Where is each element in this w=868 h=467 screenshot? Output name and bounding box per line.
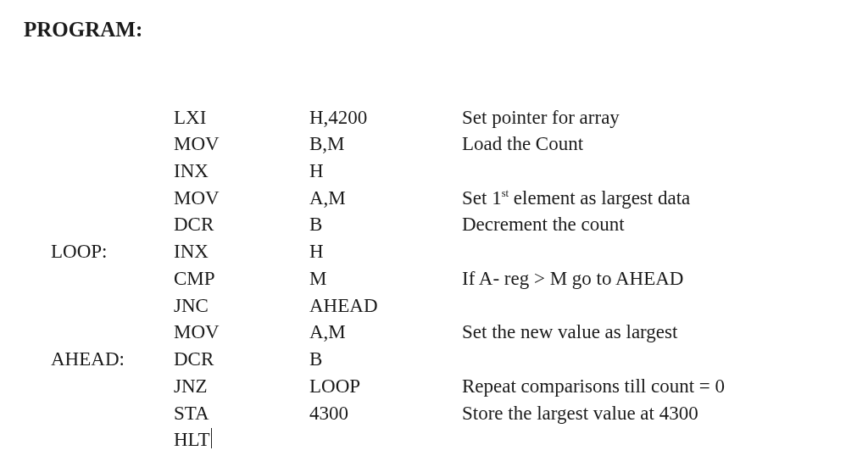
code-row: STA4300Store the largest value at 4300 xyxy=(51,400,844,427)
program-heading: PROGRAM: xyxy=(24,15,844,45)
operand-column: A,M xyxy=(309,185,462,212)
mnemonic-column: LXI xyxy=(174,104,309,131)
operand-column: A,M xyxy=(309,319,462,346)
code-row: INXH xyxy=(51,158,844,185)
mnemonic-column: STA xyxy=(174,400,309,427)
operand-column: H xyxy=(309,238,462,265)
code-row: LOOP:INXH xyxy=(51,238,844,265)
comment-column: Repeat comparisons till count = 0 xyxy=(462,373,844,400)
mnemonic-column: JNZ xyxy=(174,373,309,400)
operand-column: B xyxy=(309,346,462,373)
mnemonic-column: CMP xyxy=(174,265,309,292)
mnemonic-column: MOV xyxy=(174,131,309,158)
comment-column: Load the Count xyxy=(462,131,844,158)
assembly-listing: LXIH,4200Set pointer for arrayMOVB,MLoad… xyxy=(51,104,844,454)
code-row: DCRBDecrement the count xyxy=(51,211,844,238)
code-row: AHEAD:DCRB xyxy=(51,346,844,373)
mnemonic-column: DCR xyxy=(174,346,309,373)
operand-column: H xyxy=(309,158,462,185)
mnemonic-column: JNC xyxy=(174,292,309,320)
code-row: MOVA,MSet 1st element as largest data xyxy=(51,185,844,212)
code-row: JNZLOOPRepeat comparisons till count = 0 xyxy=(51,373,844,400)
comment-column: If A- reg > M go to AHEAD xyxy=(462,265,844,292)
code-row: LXIH,4200Set pointer for array xyxy=(51,104,844,131)
comment-column: Decrement the count xyxy=(462,211,844,238)
code-row: MOVA,MSet the new value as largest xyxy=(51,319,844,346)
code-row: JNCAHEAD xyxy=(51,292,844,320)
comment-column: Set the new value as largest xyxy=(462,319,844,346)
mnemonic-column: HLT xyxy=(174,426,309,453)
mnemonic-column: MOV xyxy=(174,319,309,346)
label-column: LOOP: xyxy=(51,238,174,265)
code-row: CMPMIf A- reg > M go to AHEAD xyxy=(51,265,844,292)
page: PROGRAM: LXIH,4200Set pointer for arrayM… xyxy=(0,0,868,467)
comment-column: Store the largest value at 4300 xyxy=(462,400,844,427)
comment-column: Set 1st element as largest data xyxy=(462,185,844,212)
code-row: HLT xyxy=(51,426,844,453)
operand-column: M xyxy=(309,265,462,292)
mnemonic-column: MOV xyxy=(174,185,309,212)
mnemonic-column: INX xyxy=(174,158,309,185)
operand-column: LOOP xyxy=(309,373,462,400)
mnemonic-column: INX xyxy=(174,238,309,265)
text-cursor xyxy=(211,428,212,448)
mnemonic-column: DCR xyxy=(174,211,309,238)
label-column: AHEAD: xyxy=(51,346,174,373)
operand-column: H,4200 xyxy=(309,104,462,131)
operand-column: B,M xyxy=(309,131,462,158)
comment-column: Set pointer for array xyxy=(462,104,844,131)
operand-column: 4300 xyxy=(309,400,462,427)
operand-column: B xyxy=(309,211,462,238)
code-row: MOVB,MLoad the Count xyxy=(51,131,844,158)
operand-column: AHEAD xyxy=(309,292,462,320)
